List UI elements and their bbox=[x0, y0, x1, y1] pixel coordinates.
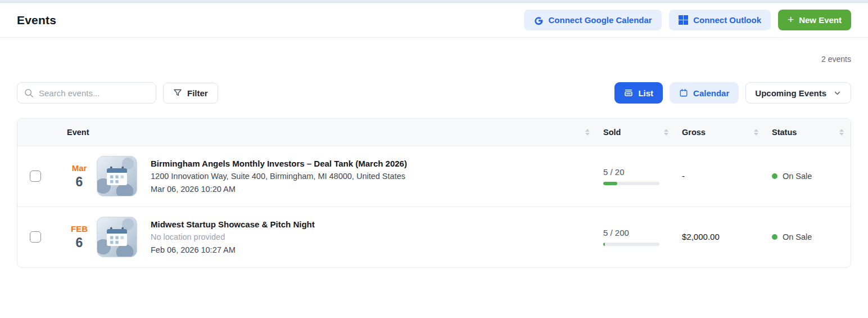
event-date-block: Mar 6 bbox=[67, 163, 92, 190]
connect-outlook-label: Connect Outlook bbox=[693, 15, 761, 25]
view-calendar-button[interactable]: Calendar bbox=[670, 82, 739, 104]
google-icon bbox=[534, 15, 544, 25]
connect-google-calendar-label: Connect Google Calendar bbox=[549, 15, 652, 25]
event-range-select[interactable]: Upcoming Events bbox=[745, 82, 851, 104]
event-day: 6 bbox=[67, 174, 92, 190]
sort-icon[interactable] bbox=[585, 129, 590, 136]
list-view-icon bbox=[624, 88, 633, 97]
filter-button[interactable]: Filter bbox=[163, 83, 218, 104]
connect-google-calendar-button[interactable]: Connect Google Calendar bbox=[524, 10, 662, 30]
event-range-value: Upcoming Events bbox=[755, 88, 826, 98]
event-title[interactable]: Midwest Startup Showcase & Pitch Night bbox=[151, 218, 315, 231]
event-datetime: Mar 06, 2026 10:20 AM bbox=[151, 183, 407, 196]
sold-count: 5 / 200 bbox=[603, 228, 682, 238]
row-checkbox[interactable] bbox=[30, 231, 41, 243]
event-title[interactable]: Birmingham Angels Monthly Investors – De… bbox=[151, 157, 407, 170]
sort-icon[interactable] bbox=[664, 129, 668, 136]
event-location: 1200 Innovation Way, Suite 400, Birmingh… bbox=[151, 170, 407, 183]
microsoft-icon bbox=[679, 15, 689, 25]
sold-progress-bar bbox=[603, 243, 659, 246]
event-thumbnail-calendar-image bbox=[97, 217, 137, 257]
header-actions: Connect Google Calendar Connect Outlook … bbox=[524, 10, 852, 30]
column-header-event: Event bbox=[67, 128, 89, 137]
event-date-block: FEB 6 bbox=[67, 223, 92, 250]
event-location: No location provided bbox=[151, 231, 315, 244]
sold-progress-bar bbox=[603, 182, 659, 185]
event-day: 6 bbox=[67, 235, 92, 250]
table-row[interactable]: Mar 6 bbox=[17, 146, 851, 207]
gross-value: $2,000.00 bbox=[682, 232, 720, 241]
row-checkbox[interactable] bbox=[30, 171, 41, 182]
column-header-status: Status bbox=[772, 128, 797, 137]
event-month: Mar bbox=[67, 163, 92, 174]
status-label: On Sale bbox=[783, 172, 812, 181]
search-box bbox=[17, 82, 156, 104]
event-month: FEB bbox=[67, 223, 92, 235]
events-table: Event Sold Gross Status bbox=[17, 119, 851, 267]
filter-label: Filter bbox=[187, 88, 208, 98]
plus-icon: + bbox=[788, 14, 794, 25]
connect-outlook-button[interactable]: Connect Outlook bbox=[669, 10, 771, 30]
column-header-gross: Gross bbox=[682, 128, 706, 137]
app-header: Events Connect Google Calendar Connect O… bbox=[0, 3, 868, 38]
view-calendar-label: Calendar bbox=[693, 88, 729, 98]
gross-value: - bbox=[682, 171, 685, 181]
search-icon bbox=[24, 88, 34, 98]
view-list-label: List bbox=[638, 88, 653, 98]
sold-progress-fill bbox=[603, 182, 617, 185]
view-list-button[interactable]: List bbox=[614, 82, 663, 104]
sort-icon[interactable] bbox=[839, 129, 844, 136]
status-dot-icon bbox=[772, 234, 777, 240]
sold-progress-fill bbox=[603, 243, 605, 246]
status-badge: On Sale bbox=[772, 232, 851, 241]
sold-count: 5 / 20 bbox=[603, 167, 682, 177]
page-title: Events bbox=[17, 14, 56, 27]
column-header-sold: Sold bbox=[603, 128, 621, 137]
event-thumbnail-calendar-image bbox=[97, 156, 137, 196]
calendar-view-icon bbox=[679, 88, 688, 97]
new-event-label: New Event bbox=[799, 15, 842, 25]
filter-icon bbox=[173, 88, 182, 97]
event-datetime: Feb 06, 2026 10:27 AM bbox=[151, 244, 315, 257]
status-badge: On Sale bbox=[772, 172, 851, 181]
events-page: 2 events Filter List bbox=[0, 55, 868, 268]
new-event-button[interactable]: + New Event bbox=[778, 10, 851, 30]
search-input[interactable] bbox=[39, 88, 151, 98]
chevron-down-icon bbox=[833, 89, 842, 97]
status-dot-icon bbox=[772, 173, 777, 179]
table-row[interactable]: FEB 6 bbox=[17, 207, 851, 267]
events-count: 2 events bbox=[821, 55, 851, 64]
select-all-header bbox=[17, 119, 49, 146]
table-header-row: Event Sold Gross Status bbox=[17, 119, 851, 146]
events-toolbar: Filter List Calendar Upcoming Events bbox=[17, 82, 851, 104]
events-table-card: Event Sold Gross Status bbox=[17, 118, 851, 268]
sort-icon[interactable] bbox=[754, 129, 758, 136]
status-label: On Sale bbox=[783, 232, 812, 241]
